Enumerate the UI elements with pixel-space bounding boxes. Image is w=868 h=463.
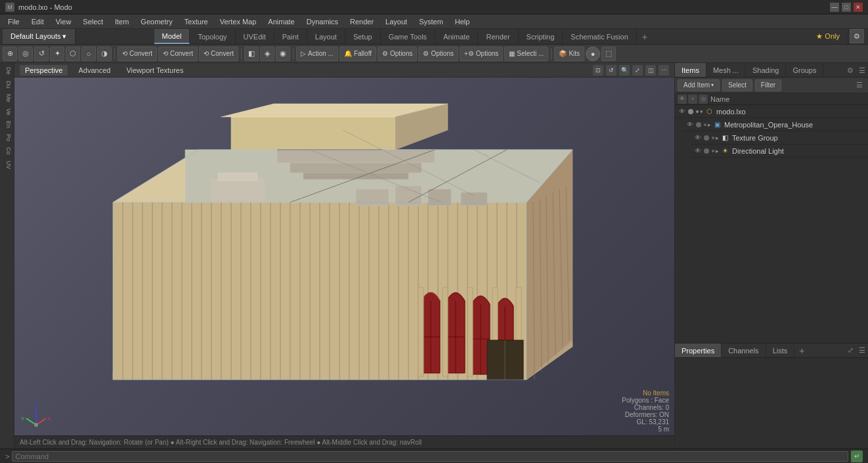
render-mode-icon[interactable]: ⬚ [601,47,616,61]
tab-schematic[interactable]: Schematic Fusion [563,29,636,44]
menu-item-dynamics[interactable]: Dynamics [301,16,343,27]
tab-gametools[interactable]: Game Tools [381,29,436,44]
tab-default-layouts[interactable]: Default Layouts ▾ [3,29,76,44]
menu-item-render[interactable]: Render [345,16,379,27]
menu-item-animate[interactable]: Animate [263,16,299,27]
menu-item-select[interactable]: Select [77,16,108,27]
tab-model[interactable]: Model [154,29,190,44]
props-menu-icon[interactable]: ☰ [856,343,868,357]
filter-item-button[interactable]: Filter [755,79,781,91]
left-panel-item-me[interactable]: Me [1,91,13,105]
tool-icon-5[interactable]: ⬡ [66,47,80,61]
tab-uvedit[interactable]: UVEdit [236,29,274,44]
left-panel-item-de[interactable]: De [1,64,13,77]
items-tab-groups[interactable]: Groups [786,63,823,77]
items-tab-shading[interactable]: Shading [746,63,786,77]
col-eye-icon[interactable]: 👁 [678,95,687,104]
tab-settings-icon[interactable]: ⚙ [850,29,864,43]
vp-ctrl-6[interactable]: ⋯ [659,65,669,76]
kits-button[interactable]: 📦 Kits [554,47,584,61]
tab-add-button[interactable]: + [637,29,653,44]
item-eye-dirlight[interactable]: 👁 [693,147,703,154]
tool-icon-9[interactable]: ◈ [260,47,274,61]
tab-star-only[interactable]: ★ Only [808,29,848,44]
close-button[interactable]: ✕ [854,3,863,12]
item-row-root[interactable]: 👁 ▾ ⬡ modo.lxo [675,105,868,118]
item-eye-root[interactable]: 👁 [678,108,687,115]
select-item-button[interactable]: Select [722,79,752,91]
options-button-2[interactable]: ⚙ Options [418,47,458,61]
vp-ctrl-1[interactable]: ⊡ [593,65,603,76]
items-panel-settings-icon[interactable]: ⚙ [844,63,856,77]
menu-item-geometry[interactable]: Geometry [135,16,177,27]
3d-scene[interactable]: X Y Z No Items Polygons : Face Channels:… [14,77,674,435]
items-tab-mesh[interactable]: Mesh ... [706,63,746,77]
item-expand-root[interactable]: ▾ [700,108,703,115]
left-panel-item-en[interactable]: En [1,118,13,131]
vp-ctrl-5[interactable]: ◫ [645,65,656,76]
menu-item-vertex map[interactable]: Vertex Map [215,16,262,27]
render-sphere-icon[interactable]: ● [586,47,600,61]
tab-paint[interactable]: Paint [274,29,307,44]
vp-tab-textures[interactable]: Viewport Textures [121,65,188,76]
tool-icon-2[interactable]: ◎ [18,47,33,61]
menu-item-view[interactable]: View [51,16,77,27]
props-tab-channels[interactable]: Channels [722,343,766,357]
add-item-button[interactable]: Add Item ▾ [678,79,720,91]
command-input[interactable] [12,451,848,462]
options-button-1[interactable]: ⚙ Options [378,47,417,61]
menu-item-file[interactable]: File [3,16,25,27]
menu-item-edit[interactable]: Edit [26,16,49,27]
props-tab-properties[interactable]: Properties [675,343,722,357]
props-tab-lists[interactable]: Lists [766,343,795,357]
item-row-texgrp[interactable]: 👁 ▸ ◧ Texture Group [691,131,868,144]
action-button[interactable]: ▷ Action ... [296,47,338,61]
left-panel-item-ve[interactable]: Ve [1,106,13,118]
item-row-dirlight[interactable]: 👁 ▸ ☀ Directional Light [691,144,868,158]
tab-layout[interactable]: Layout [307,29,345,44]
command-submit-button[interactable]: ↵ [851,451,863,462]
options-button-3[interactable]: +⚙ Options [460,47,503,61]
menu-item-item[interactable]: Item [110,16,134,27]
left-panel-item-uv[interactable]: UV [1,158,13,172]
menu-item-system[interactable]: System [414,16,448,27]
vp-ctrl-4[interactable]: ⤢ [632,65,643,76]
tool-icon-8[interactable]: ◧ [244,47,259,61]
convert-button-3[interactable]: ⟲ Convert [199,47,238,61]
items-tab-items[interactable]: Items [675,63,706,77]
vp-ctrl-2[interactable]: ↺ [606,65,617,76]
tool-icon-4[interactable]: ✦ [50,47,64,61]
item-eye-texgrp[interactable]: 👁 [693,134,703,141]
props-add-button[interactable]: + [794,343,809,358]
tool-icon-7[interactable]: ◑ [97,47,112,61]
item-row-mesh[interactable]: 👁 ▸ ▣ Metropolitan_Opera_House [683,118,868,131]
item-expand-dirlight[interactable]: ▸ [716,148,719,154]
menu-item-layout[interactable]: Layout [380,16,412,27]
tool-icon-6[interactable]: ○ [81,47,96,61]
falloff-button[interactable]: 🔔 Falloff [339,47,376,61]
col-lock-icon[interactable]: + [688,95,697,104]
vp-tab-advanced[interactable]: Advanced [73,65,116,76]
select-button[interactable]: ▦ Selecti ... [504,47,548,61]
minimize-button[interactable]: — [830,3,839,12]
convert-button-1[interactable]: ⟲ Convert [118,47,157,61]
vp-ctrl-3[interactable]: 🔍 [619,65,630,76]
items-toolbar-menu-icon[interactable]: ☰ [854,78,865,93]
left-panel-item-du[interactable]: Du [1,78,13,91]
convert-button-2[interactable]: ⟲ Convert [158,47,198,61]
left-panel-item-po[interactable]: Po [1,131,13,144]
maximize-button[interactable]: □ [842,3,851,12]
menu-item-help[interactable]: Help [450,16,475,27]
items-panel-menu-icon[interactable]: ☰ [856,63,868,77]
props-expand-icon[interactable]: ⤢ [844,343,856,357]
tool-icon-10[interactable]: ◉ [276,47,290,61]
left-panel-item-co[interactable]: Co [1,144,13,158]
vp-tab-perspective[interactable]: Perspective [20,65,68,76]
tool-icon-3[interactable]: ↺ [34,47,49,61]
item-expand-texgrp[interactable]: ▸ [716,135,719,141]
tab-animate[interactable]: Animate [435,29,478,44]
tab-render[interactable]: Render [478,29,518,44]
item-eye-mesh[interactable]: 👁 [685,121,695,128]
tab-setup[interactable]: Setup [345,29,381,44]
col-render-icon[interactable]: ◎ [699,95,708,104]
